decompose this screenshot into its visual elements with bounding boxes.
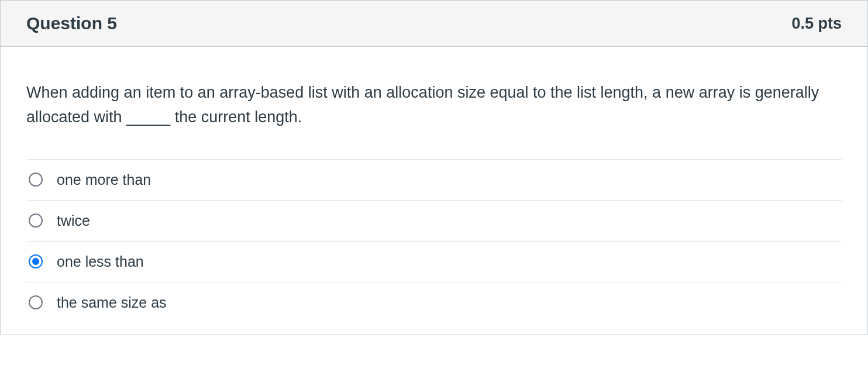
answers-list: one more than twice one less than the sa… xyxy=(26,159,842,323)
question-text: When adding an item to an array-based li… xyxy=(26,81,842,130)
radio-icon[interactable] xyxy=(29,254,43,268)
answer-label: twice xyxy=(57,212,90,229)
answer-label: one more than xyxy=(57,171,151,188)
radio-icon[interactable] xyxy=(29,173,43,187)
question-header: Question 5 0.5 pts xyxy=(1,0,867,47)
answer-label: the same size as xyxy=(57,294,167,311)
answer-option[interactable]: the same size as xyxy=(26,282,842,323)
question-body: When adding an item to an array-based li… xyxy=(1,47,867,335)
radio-icon[interactable] xyxy=(29,213,43,228)
question-title: Question 5 xyxy=(26,13,117,33)
answer-option[interactable]: one more than xyxy=(26,159,842,200)
answer-label: one less than xyxy=(57,253,144,270)
question-card: Question 5 0.5 pts When adding an item t… xyxy=(0,0,868,335)
question-points: 0.5 pts xyxy=(791,15,842,33)
answer-option[interactable]: one less than xyxy=(26,241,842,282)
radio-icon[interactable] xyxy=(29,295,43,309)
answer-option[interactable]: twice xyxy=(26,200,842,241)
